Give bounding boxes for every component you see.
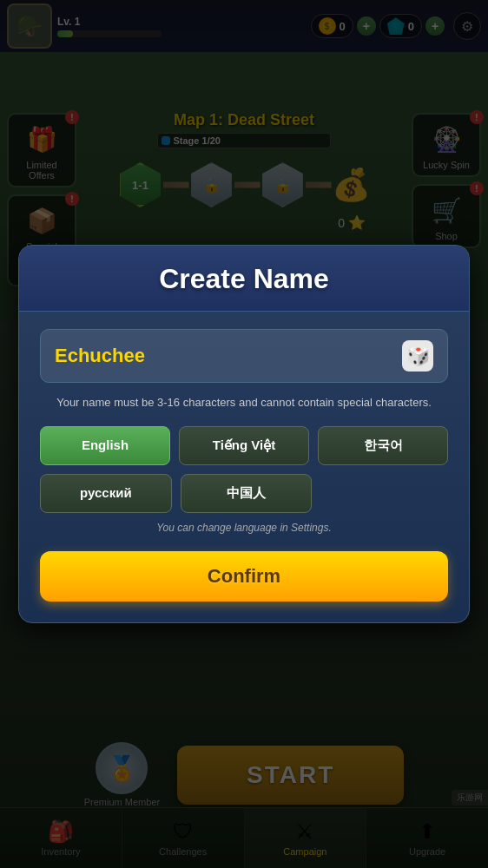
- randomize-name-button[interactable]: 🎲: [402, 340, 433, 372]
- name-rules: Your name must be 3-16 characters and ca…: [40, 395, 448, 411]
- confirm-button[interactable]: Confirm: [40, 551, 448, 602]
- language-grid-2: русский 中国人: [40, 474, 312, 513]
- modal-overlay: Create Name Echuchee 🎲 Your name must be…: [0, 0, 488, 868]
- modal-header: Create Name: [19, 246, 469, 312]
- create-name-modal: Create Name Echuchee 🎲 Your name must be…: [18, 245, 470, 623]
- lang-russian-button[interactable]: русский: [40, 474, 172, 513]
- modal-body: Echuchee 🎲 Your name must be 3-16 charac…: [19, 312, 469, 622]
- current-name: Echuchee: [55, 345, 145, 367]
- lang-korean-button[interactable]: 한국어: [318, 426, 448, 465]
- modal-title: Create Name: [40, 263, 448, 295]
- lang-chinese-button[interactable]: 中国人: [181, 474, 313, 513]
- language-grid: English Tiếng Việt 한국어: [40, 426, 448, 465]
- lang-english-button[interactable]: English: [40, 426, 170, 465]
- lang-vietnamese-button[interactable]: Tiếng Việt: [179, 426, 309, 465]
- name-input-row[interactable]: Echuchee 🎲: [40, 329, 448, 383]
- lang-hint: You can change language in Settings.: [40, 522, 448, 534]
